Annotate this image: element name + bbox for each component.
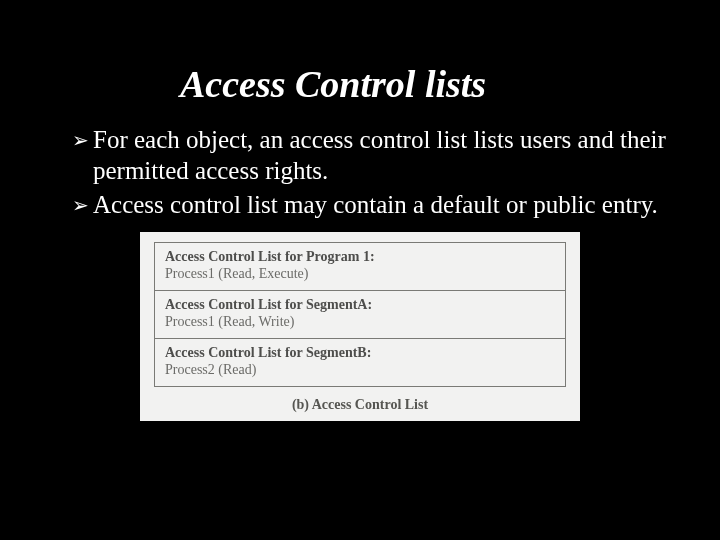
bullet-arrow-icon: ➢ <box>72 193 89 218</box>
bullet-list: ➢ For each object, an access control lis… <box>0 124 720 220</box>
acl-row-body: Process1 (Read, Execute) <box>165 266 555 282</box>
figure-caption: (b) Access Control List <box>154 397 566 413</box>
acl-row-body: Process2 (Read) <box>165 362 555 378</box>
acl-row-title: Access Control List for Program 1: <box>165 249 555 265</box>
slide-title: Access Control lists <box>0 0 720 106</box>
figure-container: Access Control List for Program 1: Proce… <box>0 232 720 421</box>
acl-row-title: Access Control List for SegmentA: <box>165 297 555 313</box>
bullet-arrow-icon: ➢ <box>72 128 89 153</box>
acl-row-title: Access Control List for SegmentB: <box>165 345 555 361</box>
bullet-text: For each object, an access control list … <box>93 124 670 187</box>
table-row: Access Control List for SegmentB: Proces… <box>155 339 565 386</box>
slide: Access Control lists ➢ For each object, … <box>0 0 720 540</box>
acl-row-body: Process1 (Read, Write) <box>165 314 555 330</box>
bullet-text: Access control list may contain a defaul… <box>93 189 670 220</box>
table-row: Access Control List for Program 1: Proce… <box>155 243 565 291</box>
list-item: ➢ Access control list may contain a defa… <box>72 189 670 220</box>
acl-table: Access Control List for Program 1: Proce… <box>154 242 566 387</box>
table-row: Access Control List for SegmentA: Proces… <box>155 291 565 339</box>
list-item: ➢ For each object, an access control lis… <box>72 124 670 187</box>
acl-figure: Access Control List for Program 1: Proce… <box>140 232 580 421</box>
